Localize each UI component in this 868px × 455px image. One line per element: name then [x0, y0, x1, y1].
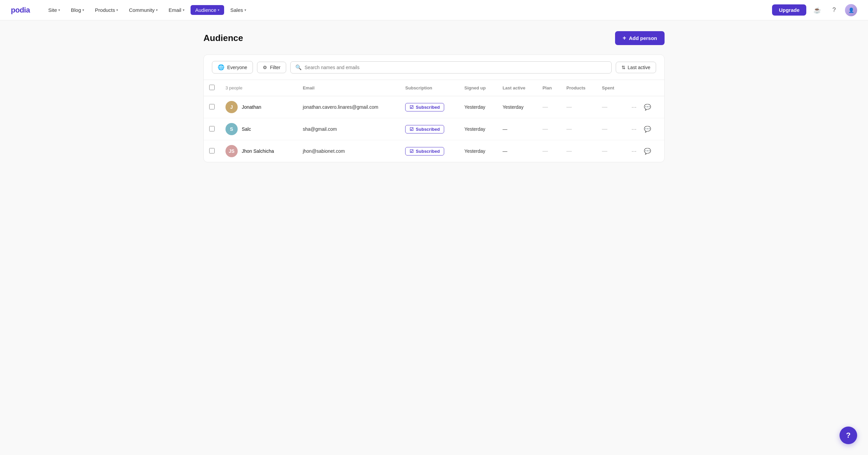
subscription-label: Subscribed: [416, 149, 440, 154]
message-icon: ☕: [813, 6, 821, 14]
toolbar: 🌐 Everyone ⚙ Filter 🔍 ⇅ Last active: [204, 55, 664, 80]
table-row: J Jonathan jonathan.cavero.linares@gmail…: [204, 96, 664, 118]
plan-header: Plan: [537, 80, 561, 96]
more-options-button[interactable]: ···: [629, 124, 638, 134]
select-all-checkbox[interactable]: [209, 85, 215, 90]
audience-table-card: 🌐 Everyone ⚙ Filter 🔍 ⇅ Last active: [203, 55, 665, 162]
row-checkbox-cell: [204, 140, 220, 162]
person-avatar: JS: [225, 145, 238, 157]
signed-up-header: Signed up: [459, 80, 497, 96]
upgrade-button[interactable]: Upgrade: [772, 4, 806, 16]
more-options-button[interactable]: ···: [629, 102, 638, 112]
nav-item-site[interactable]: Site ▾: [43, 5, 65, 15]
spent-cell: —: [596, 140, 624, 162]
nav-item-blog[interactable]: Blog ▾: [66, 5, 89, 15]
person-avatar: J: [225, 101, 238, 113]
chevron-down-icon: ▾: [116, 8, 118, 12]
globe-icon: 🌐: [218, 64, 224, 70]
sort-icon: ⇅: [622, 65, 626, 70]
sort-button[interactable]: ⇅ Last active: [616, 62, 656, 73]
nav-right: Upgrade ☕ ? 👤: [772, 4, 857, 16]
chevron-down-icon: ▾: [82, 8, 84, 12]
chat-button[interactable]: 💬: [643, 102, 652, 112]
navbar: podia Site ▾ Blog ▾ Products ▾ Community…: [0, 0, 868, 20]
plan-cell: —: [537, 118, 561, 140]
add-person-button[interactable]: + Add person: [615, 31, 665, 45]
plan-cell: —: [537, 140, 561, 162]
last-active-cell: Yesterday: [497, 96, 537, 118]
plan-cell: —: [537, 96, 561, 118]
question-icon: ?: [832, 6, 836, 14]
person-name: Jonathan: [242, 104, 261, 110]
email-cell: jhon@sabionet.com: [297, 140, 400, 162]
chat-button[interactable]: 💬: [643, 124, 652, 134]
person-name: Salc: [242, 126, 251, 132]
page-title: Audience: [203, 33, 243, 43]
row-checkbox[interactable]: [209, 126, 215, 131]
actions-cell: ··· 💬: [624, 118, 664, 140]
nav-item-email[interactable]: Email ▾: [164, 5, 189, 15]
audience-table: 3 people Email Subscription Signed up La…: [204, 80, 664, 162]
nav-item-sales[interactable]: Sales ▾: [225, 5, 251, 15]
check-icon: ☑: [410, 149, 414, 154]
page: Audience + Add person 🌐 Everyone ⚙ Filte…: [190, 20, 678, 173]
nav-item-community[interactable]: Community ▾: [124, 5, 162, 15]
check-icon: ☑: [410, 127, 414, 132]
filter-icon: ⚙: [263, 65, 267, 70]
table-row: JS Jhon Salchicha jhon@sabionet.com ☑ Su…: [204, 140, 664, 162]
more-options-button[interactable]: ···: [629, 146, 638, 156]
chevron-down-icon: ▾: [156, 8, 158, 12]
person-name: Jhon Salchicha: [242, 148, 274, 154]
chevron-down-icon: ▾: [58, 8, 60, 12]
row-checkbox-cell: [204, 118, 220, 140]
subscription-cell: ☑ Subscribed: [400, 140, 459, 162]
products-cell: —: [561, 140, 596, 162]
subscription-cell: ☑ Subscribed: [400, 118, 459, 140]
plus-icon: +: [623, 35, 626, 42]
count-header: 3 people: [220, 80, 297, 96]
last-active-cell: —: [497, 118, 537, 140]
filter-button[interactable]: ⚙ Filter: [257, 62, 286, 73]
spent-cell: —: [596, 118, 624, 140]
table-row: S Salc sha@gmail.com ☑ Subscribed Yester…: [204, 118, 664, 140]
subscription-label: Subscribed: [416, 105, 440, 110]
products-cell: —: [561, 96, 596, 118]
avatar[interactable]: 👤: [845, 4, 857, 16]
check-icon: ☑: [410, 105, 414, 110]
everyone-button[interactable]: 🌐 Everyone: [212, 61, 253, 74]
messages-icon-button[interactable]: ☕: [811, 4, 823, 16]
actions-cell: ··· 💬: [624, 96, 664, 118]
chevron-down-icon: ▾: [183, 8, 184, 12]
nav-item-audience[interactable]: Audience ▾: [191, 5, 224, 15]
row-checkbox-cell: [204, 96, 220, 118]
email-cell: jonathan.cavero.linares@gmail.com: [297, 96, 400, 118]
signed-up-cell: Yesterday: [459, 118, 497, 140]
search-input[interactable]: [304, 65, 607, 70]
page-header: Audience + Add person: [203, 31, 665, 45]
person-avatar: S: [225, 123, 238, 135]
person-cell: J Jonathan: [220, 96, 297, 118]
select-all-header: [204, 80, 220, 96]
subscription-label: Subscribed: [416, 127, 440, 132]
row-checkbox[interactable]: [209, 104, 215, 109]
search-wrapper: 🔍: [290, 61, 612, 74]
nav-links: Site ▾ Blog ▾ Products ▾ Community ▾ Ema…: [43, 5, 772, 15]
email-cell: sha@gmail.com: [297, 118, 400, 140]
products-header: Products: [561, 80, 596, 96]
last-active-cell: —: [497, 140, 537, 162]
spent-cell: —: [596, 96, 624, 118]
chevron-down-icon: ▾: [244, 8, 246, 12]
search-icon: 🔍: [295, 64, 302, 70]
actions-header: [624, 80, 664, 96]
chat-button[interactable]: 💬: [643, 146, 652, 156]
spent-header: Spent: [596, 80, 624, 96]
logo[interactable]: podia: [11, 6, 30, 15]
nav-item-products[interactable]: Products ▾: [90, 5, 123, 15]
row-checkbox[interactable]: [209, 148, 215, 153]
email-header: Email: [297, 80, 400, 96]
person-cell: JS Jhon Salchicha: [220, 140, 297, 162]
products-cell: —: [561, 118, 596, 140]
help-icon-button[interactable]: ?: [828, 4, 840, 16]
signed-up-cell: Yesterday: [459, 96, 497, 118]
last-active-header: Last active: [497, 80, 537, 96]
